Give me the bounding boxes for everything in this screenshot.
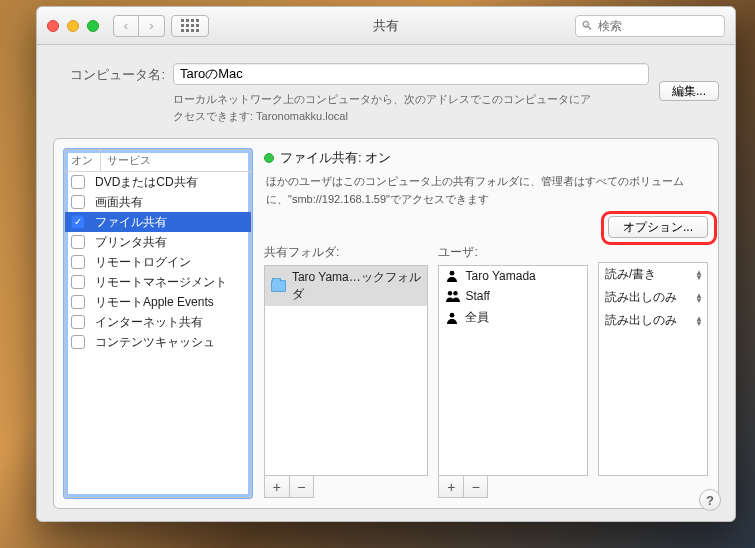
service-item[interactable]: リモートApple Events xyxy=(65,292,251,312)
computer-name-input[interactable] xyxy=(173,63,649,85)
service-checkbox[interactable] xyxy=(71,175,85,189)
service-checkbox[interactable] xyxy=(71,295,85,309)
permission-selector[interactable]: 読み出しのみ▲▼ xyxy=(599,286,707,309)
service-label: 画面共有 xyxy=(95,194,143,211)
permissions-column: . 読み/書き▲▼読み出しのみ▲▼読み出しのみ▲▼ xyxy=(598,244,708,498)
service-checkbox[interactable] xyxy=(71,195,85,209)
help-button[interactable]: ? xyxy=(699,489,721,511)
svg-point-1 xyxy=(448,291,452,295)
status-indicator-icon xyxy=(264,153,274,163)
titlebar: ‹ › 共有 🔍︎ xyxy=(37,7,735,45)
users-column: ユーザ: Taro YamadaStaff全員 + − xyxy=(438,244,588,498)
computer-name-description: ローカルネットワーク上のコンピュータから、次のアドレスでこのコンピュータにアクセ… xyxy=(173,91,593,124)
grid-icon xyxy=(181,19,199,32)
svg-point-3 xyxy=(450,312,455,317)
svg-point-0 xyxy=(450,271,455,276)
service-label: リモートApple Events xyxy=(95,294,214,311)
edit-hostname-button[interactable]: 編集... xyxy=(659,81,719,101)
permissions-list[interactable]: 読み/書き▲▼読み出しのみ▲▼読み出しのみ▲▼ xyxy=(598,262,708,476)
shared-folders-column: 共有フォルダ: Taro Yama…ックフォルダ + − xyxy=(264,244,428,498)
options-button[interactable]: オプション... xyxy=(608,216,708,238)
close-window-button[interactable] xyxy=(47,20,59,32)
window-controls xyxy=(47,20,99,32)
stepper-icon: ▲▼ xyxy=(695,270,703,280)
main-panel: オン サービス DVDまたはCD共有画面共有ファイル共有プリンタ共有リモートログ… xyxy=(53,138,719,509)
service-label: ファイル共有 xyxy=(95,214,167,231)
user-icon xyxy=(445,311,459,325)
content-area: コンピュータ名: ローカルネットワーク上のコンピュータから、次のアドレスでこのコ… xyxy=(37,45,735,521)
nav-buttons: ‹ › xyxy=(113,15,165,37)
service-item[interactable]: ファイル共有 xyxy=(65,212,251,232)
service-checkbox[interactable] xyxy=(71,315,85,329)
search-field-wrap: 🔍︎ xyxy=(575,15,725,37)
sharing-preferences-window: ‹ › 共有 🔍︎ コンピュータ名: ローカルネットワーク上のコンピュータから、… xyxy=(36,6,736,522)
users-icon xyxy=(445,289,459,303)
service-checkbox[interactable] xyxy=(71,235,85,249)
status-text: ファイル共有: オン xyxy=(280,149,391,167)
service-checkbox[interactable] xyxy=(71,275,85,289)
services-header-on: オン xyxy=(65,150,101,171)
service-label: リモートマネージメント xyxy=(95,274,227,291)
status-row: ファイル共有: オン xyxy=(264,149,708,167)
service-item[interactable]: リモートマネージメント xyxy=(65,272,251,292)
service-checkbox[interactable] xyxy=(71,255,85,269)
permission-value: 読み/書き xyxy=(605,266,656,283)
forward-button[interactable]: › xyxy=(139,15,165,37)
lists-row: 共有フォルダ: Taro Yama…ックフォルダ + − ユーザ: Taro Y… xyxy=(264,244,708,498)
service-item[interactable]: リモートログイン xyxy=(65,252,251,272)
stepper-icon: ▲▼ xyxy=(695,293,703,303)
service-label: リモートログイン xyxy=(95,254,191,271)
folders-add-remove: + − xyxy=(264,476,314,498)
services-header: オン サービス xyxy=(65,150,251,172)
permission-selector[interactable]: 読み/書き▲▼ xyxy=(599,263,707,286)
user-item[interactable]: 全員 xyxy=(439,306,587,329)
service-item[interactable]: インターネット共有 xyxy=(65,312,251,332)
permission-value: 読み出しのみ xyxy=(605,289,677,306)
user-item[interactable]: Taro Yamada xyxy=(439,266,587,286)
status-description: ほかのユーザはこのコンピュータ上の共有フォルダに、管理者はすべてのボリュームに、… xyxy=(266,173,706,208)
add-folder-button[interactable]: + xyxy=(265,476,290,497)
remove-user-button[interactable]: − xyxy=(464,476,488,497)
services-header-service: サービス xyxy=(101,150,157,171)
service-checkbox[interactable] xyxy=(71,335,85,349)
show-all-prefs-button[interactable] xyxy=(171,15,209,37)
folder-item[interactable]: Taro Yama…ックフォルダ xyxy=(265,266,427,306)
service-item[interactable]: プリンタ共有 xyxy=(65,232,251,252)
services-items: DVDまたはCD共有画面共有ファイル共有プリンタ共有リモートログインリモートマネ… xyxy=(65,172,251,497)
permission-value: 読み出しのみ xyxy=(605,312,677,329)
user-name: Taro Yamada xyxy=(465,269,535,283)
service-label: プリンタ共有 xyxy=(95,234,167,251)
shared-folders-label: 共有フォルダ: xyxy=(264,244,428,261)
remove-folder-button[interactable]: − xyxy=(290,476,314,497)
folder-icon xyxy=(271,280,286,292)
computer-name-row: コンピュータ名: ローカルネットワーク上のコンピュータから、次のアドレスでこのコ… xyxy=(53,63,719,124)
permission-selector[interactable]: 読み出しのみ▲▼ xyxy=(599,309,707,332)
stepper-icon: ▲▼ xyxy=(695,316,703,326)
user-name: Staff xyxy=(465,289,489,303)
user-item[interactable]: Staff xyxy=(439,286,587,306)
service-item[interactable]: コンテンツキャッシュ xyxy=(65,332,251,352)
zoom-window-button[interactable] xyxy=(87,20,99,32)
service-detail-pane: ファイル共有: オン ほかのユーザはこのコンピュータ上の共有フォルダに、管理者は… xyxy=(264,149,708,498)
user-name: 全員 xyxy=(465,309,489,326)
folder-name: Taro Yama…ックフォルダ xyxy=(292,269,422,303)
back-button[interactable]: ‹ xyxy=(113,15,139,37)
svg-point-2 xyxy=(454,291,458,295)
service-label: コンテンツキャッシュ xyxy=(95,334,215,351)
service-item[interactable]: 画面共有 xyxy=(65,192,251,212)
minimize-window-button[interactable] xyxy=(67,20,79,32)
add-user-button[interactable]: + xyxy=(439,476,464,497)
users-label: ユーザ: xyxy=(438,244,588,261)
users-add-remove: + − xyxy=(438,476,488,498)
search-input[interactable] xyxy=(575,15,725,37)
computer-name-label: コンピュータ名: xyxy=(53,63,173,84)
service-label: DVDまたはCD共有 xyxy=(95,174,198,191)
service-checkbox[interactable] xyxy=(71,215,85,229)
service-label: インターネット共有 xyxy=(95,314,203,331)
user-icon xyxy=(445,269,459,283)
search-icon: 🔍︎ xyxy=(581,19,593,33)
shared-folders-list[interactable]: Taro Yama…ックフォルダ xyxy=(264,265,428,476)
services-list[interactable]: オン サービス DVDまたはCD共有画面共有ファイル共有プリンタ共有リモートログ… xyxy=(64,149,252,498)
users-list[interactable]: Taro YamadaStaff全員 xyxy=(438,265,588,476)
service-item[interactable]: DVDまたはCD共有 xyxy=(65,172,251,192)
